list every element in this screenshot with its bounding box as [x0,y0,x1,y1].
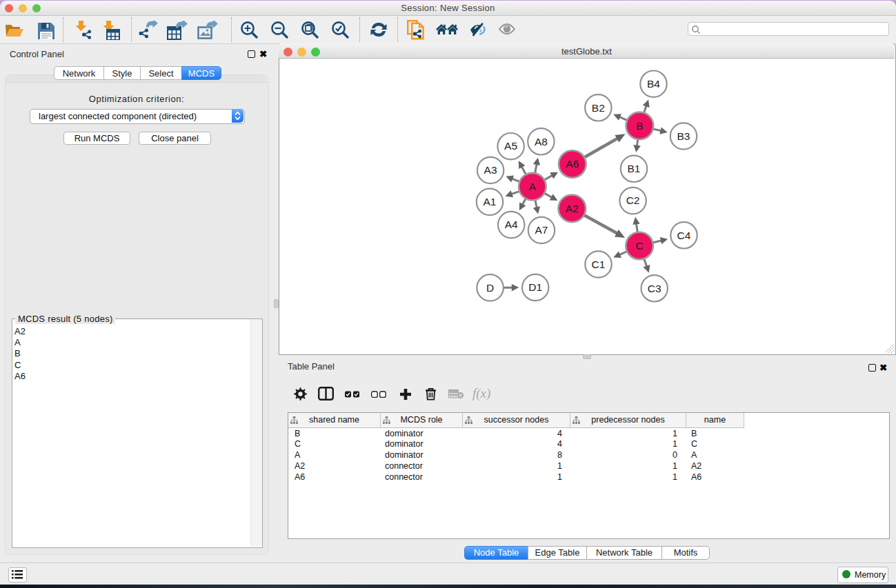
svg-text:A4: A4 [505,219,518,230]
svg-text:C4: C4 [677,230,691,241]
svg-text:C2: C2 [626,194,640,206]
svg-text:A5: A5 [504,140,517,152]
svg-text:A: A [529,181,537,192]
svg-text:B1: B1 [628,163,641,174]
svg-text:A6: A6 [566,158,579,170]
svg-text:B4: B4 [647,78,660,90]
svg-text:C: C [635,240,643,252]
svg-text:B: B [636,120,643,132]
svg-text:B3: B3 [677,130,690,142]
svg-text:D1: D1 [528,281,542,293]
svg-text:A1: A1 [484,196,497,207]
svg-text:C3: C3 [648,283,661,294]
svg-text:A8: A8 [535,136,548,148]
svg-text:C1: C1 [592,258,606,270]
svg-text:A2: A2 [566,203,579,214]
svg-text:A7: A7 [535,224,548,236]
svg-text:A3: A3 [484,164,497,176]
svg-text:B2: B2 [592,102,605,114]
svg-text:D: D [486,282,494,294]
